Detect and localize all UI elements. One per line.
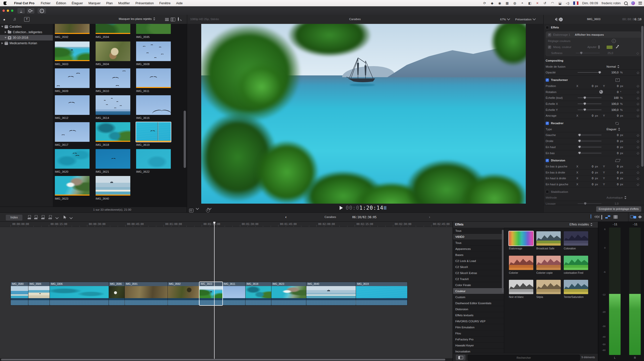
browser-clip-img_3617[interactable]	[55, 122, 90, 142]
timeline-clip-img_3619[interactable]: IMG_3619	[356, 282, 407, 305]
keyboard-layout-flag-icon[interactable]	[573, 1, 579, 5]
slider[interactable]	[578, 98, 601, 98]
parameter-value-field[interactable]: 100,0	[606, 102, 619, 105]
keyframe-diamond-icon[interactable]: ◇	[637, 145, 639, 149]
slider[interactable]	[578, 141, 601, 141]
keyword-editor-button[interactable]	[27, 8, 35, 14]
slider-knob[interactable]	[584, 202, 586, 205]
backup-icon[interactable]: ◓	[520, 1, 524, 5]
param-droite[interactable]: Droite0px◇	[546, 138, 641, 144]
insert-edit-button[interactable]: ↓	[34, 215, 38, 219]
softness-row[interactable]: Softness25,0◇	[546, 50, 641, 56]
creative-cloud-icon[interactable]: ◉	[498, 1, 502, 5]
menu-item-aide[interactable]: Aide	[173, 1, 185, 5]
parameter-value-field[interactable]: 100,0	[606, 108, 619, 111]
disclosure-circle-icon[interactable]: ›	[612, 39, 616, 43]
x-value-field[interactable]: 0	[583, 177, 593, 180]
y-value-field[interactable]: 0	[609, 165, 619, 168]
menu-item--dition[interactable]: Édition	[53, 1, 69, 5]
popup-value[interactable]: Élaguer	[607, 128, 620, 131]
etalonnage-row[interactable]: Étalonnage 1Afficher les masques	[546, 32, 641, 38]
search-icon[interactable]	[178, 17, 179, 21]
keyframe-diamond-icon[interactable]: ◇	[636, 51, 639, 55]
effects-category-tous[interactable]: Tous	[453, 228, 504, 234]
effects-category-c2-lock-load[interactable]: C2 Lock & Load	[453, 258, 504, 264]
installed-effects-popup[interactable]: Effets installés	[570, 223, 592, 226]
display-icon[interactable]: ▦	[505, 1, 509, 5]
timeline-ruler[interactable]: 00:00:00:0000:00:15:0000:00:30:0000:00:4…	[0, 222, 453, 227]
x-value-field[interactable]: 0	[583, 171, 593, 174]
browser-clip-img_3609[interactable]	[55, 68, 90, 88]
minimize-window-button[interactable]	[7, 10, 9, 12]
notification-center-icon[interactable]	[638, 2, 642, 5]
viewer-overlays-menu[interactable]	[189, 209, 193, 212]
masq-couleur-row[interactable]: Masq. couleurAjouter	[546, 44, 641, 50]
x-value-field[interactable]: 0	[583, 114, 593, 117]
x-value-field[interactable]: 0	[583, 183, 593, 186]
rotation-dial[interactable]	[599, 90, 603, 94]
wifi-icon[interactable]: ◠	[550, 1, 554, 5]
handbrake-icon[interactable]: ◧	[528, 1, 532, 5]
solo-toggle[interactable]	[601, 215, 602, 218]
x-value-field[interactable]: 0	[583, 84, 593, 87]
effects-category-color-finale[interactable]: Color Finale	[453, 282, 504, 288]
browser-filter-popup[interactable]: Masquer les plans rejetés	[119, 17, 155, 20]
slider-knob[interactable]	[584, 109, 586, 111]
chevron-down-icon[interactable]	[55, 216, 59, 219]
browser-clip-img_3614[interactable]	[96, 95, 130, 115]
slider[interactable]	[578, 72, 601, 73]
timeline-clip-img_3618[interactable]: IMG_3618	[246, 282, 271, 305]
browser-scrollbar[interactable]	[184, 111, 186, 168]
sidebar-item-caraibes[interactable]: ★★★★Caraibes	[0, 24, 54, 29]
fast-user-switching-label[interactable]: frederic robin	[601, 1, 621, 5]
parameter-value-field[interactable]: 0	[606, 133, 619, 137]
timeline-clip-img_3586[interactable]: IMG_3586	[109, 282, 125, 305]
reglage-couleurs-row[interactable]: Réglage couleurs›	[546, 38, 641, 44]
checkbox[interactable]	[548, 46, 551, 49]
browser-clip-img_3592[interactable]	[55, 24, 90, 34]
slider[interactable]	[578, 110, 601, 110]
window-title-bar[interactable]: ↓ ✓	[0, 6, 644, 15]
effects-category-fxfactory-pro[interactable]: FxFactory Pro	[453, 336, 504, 342]
save-effects-preset-button[interactable]: Enregistrer le préréglage d'effets	[596, 206, 641, 212]
param-type[interactable]: TypeÉlaguer	[546, 126, 641, 132]
effects-category-effets-textuels[interactable]: Effets textuels	[453, 312, 504, 318]
browser-clip-img_3594[interactable]	[96, 24, 130, 34]
effect-tile-noir-et-blanc[interactable]	[509, 280, 533, 294]
browser-clip-img_3618[interactable]	[96, 122, 130, 142]
categories-scrollbar[interactable]	[502, 230, 504, 293]
timeline-clip-img_3592[interactable]: IMG_3592	[168, 282, 199, 305]
keyframe-diamond-icon[interactable]: ◇	[637, 71, 639, 74]
airplay-icon[interactable]: ⬓	[558, 1, 562, 5]
keyframe-diamond-icon[interactable]: ◇	[637, 84, 639, 88]
inspector-scrollbar[interactable]	[641, 26, 643, 167]
effects-category-vid-o[interactable]: VIDÉO	[453, 234, 504, 240]
audio-meters-toggle[interactable]	[384, 206, 386, 210]
effects-category-custom[interactable]: Custom	[453, 294, 504, 300]
effects-search-input[interactable]	[468, 355, 580, 361]
effect-tile-colorier[interactable]	[509, 256, 533, 270]
timeline-clip-img_3623[interactable]: IMG_3623	[271, 282, 306, 305]
background-tasks-button[interactable]: ✓	[37, 8, 46, 14]
timeline-project-name[interactable]: Caraibes	[325, 215, 336, 218]
show-masks-button[interactable]: Afficher les masques	[575, 33, 604, 36]
connect-edit-button[interactable]	[28, 215, 32, 219]
zoom-window-button[interactable]	[11, 10, 13, 12]
effects-category-favoris-cours-vep[interactable]: FAVORIS COURS VEP	[453, 318, 504, 324]
keyframe-diamond-icon[interactable]: ◇	[637, 151, 639, 155]
param-position[interactable]: PositionX0pxY0px◇	[546, 83, 641, 89]
slider[interactable]	[578, 147, 601, 147]
info-inspector-tab[interactable]: i	[559, 18, 563, 21]
param-m-thode[interactable]: MéthodeAutomatique	[546, 195, 641, 201]
effects-category-c2-slicex[interactable]: C2 SliceX	[453, 264, 504, 270]
checkbox[interactable]	[546, 26, 549, 29]
effects-category-apparences[interactable]: Apparences	[453, 246, 504, 252]
browser-clip-img_3595[interactable]	[136, 24, 171, 34]
effects-category-film-emulation[interactable]: Film Emulation	[453, 324, 504, 330]
param-en-haut-droite[interactable]: En haut à droiteX0pxY0px◇	[546, 175, 641, 181]
effects-category-distorsion[interactable]: Distorsion	[453, 306, 504, 312]
browser-clip-img_3610[interactable]	[96, 68, 130, 88]
param-opacit-[interactable]: Opacité100,0%◇	[546, 69, 641, 75]
keyframe-diamond-icon[interactable]: ◇	[637, 114, 639, 118]
menu-item-final-cut-pro[interactable]: Final Cut Pro	[11, 1, 38, 5]
